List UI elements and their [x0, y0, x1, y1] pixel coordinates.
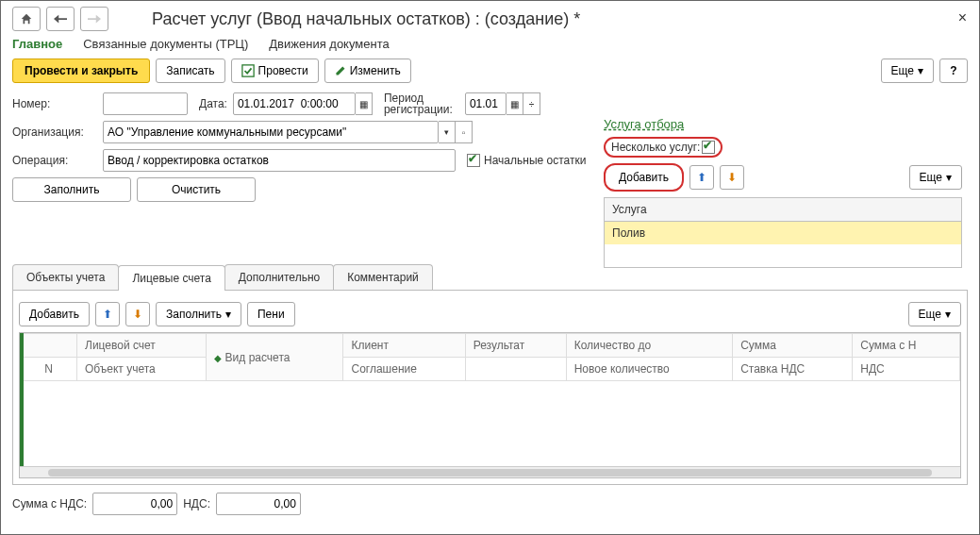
- accounts-grid[interactable]: Лицевой счет ◆ Вид расчета Клиент Резуль…: [19, 332, 961, 478]
- forward-button: [80, 7, 108, 31]
- add-service-button[interactable]: Добавить: [611, 167, 676, 188]
- top-tabs: Главное Связанные документы (ТРЦ) Движен…: [12, 37, 968, 51]
- service-filter-title[interactable]: Услуга отбора: [604, 117, 684, 131]
- number-label: Номер:: [12, 97, 97, 110]
- arrow-left-icon: [54, 14, 67, 24]
- spinner-icon[interactable]: ÷: [523, 92, 540, 115]
- tab-main[interactable]: Главное: [12, 37, 62, 51]
- org-input[interactable]: [103, 121, 439, 143]
- col-n: N: [21, 358, 77, 381]
- sum-vat-input[interactable]: [92, 493, 177, 515]
- grid-more-button[interactable]: Еще ▾: [908, 302, 961, 326]
- post-button[interactable]: Провести: [231, 59, 319, 83]
- col-agreement: Соглашение: [343, 358, 465, 381]
- save-button[interactable]: Записать: [156, 59, 224, 83]
- move-up-button[interactable]: ⬆: [689, 165, 714, 190]
- service-row[interactable]: Полив: [605, 222, 961, 244]
- initial-balance-checkbox[interactable]: [467, 154, 480, 167]
- grid-body-empty: [20, 381, 960, 466]
- move-down-button[interactable]: ⬇: [720, 165, 744, 190]
- initial-balance-label: Начальные остатки: [484, 154, 586, 167]
- multiple-services-label: Несколько услуг:: [611, 141, 700, 154]
- tree-icon: ◆: [214, 353, 222, 363]
- grid-peni-button[interactable]: Пени: [247, 302, 295, 326]
- calendar-icon[interactable]: ▦: [356, 92, 373, 115]
- edit-button[interactable]: Изменить: [324, 59, 411, 83]
- svg-rect-0: [241, 65, 253, 76]
- home-button[interactable]: [12, 7, 41, 31]
- service-more-button[interactable]: Еще ▾: [909, 165, 962, 190]
- grid-add-button[interactable]: Добавить: [19, 302, 90, 326]
- chevron-down-icon: ▾: [945, 308, 951, 321]
- col-qty-before[interactable]: Количество до: [566, 334, 733, 358]
- col-calc-type[interactable]: ◆ Вид расчета: [207, 334, 343, 381]
- fill-button[interactable]: Заполнить: [12, 177, 131, 202]
- multiple-services-checkbox[interactable]: [702, 141, 715, 154]
- back-button[interactable]: [46, 7, 75, 31]
- chevron-down-icon: ▾: [918, 64, 923, 77]
- tab-movements[interactable]: Движения документа: [269, 37, 389, 51]
- dropdown-icon[interactable]: ▾: [439, 121, 456, 143]
- operation-label: Операция:: [12, 154, 97, 167]
- arrow-right-icon: [88, 14, 101, 24]
- col-sum-vat[interactable]: Сумма с Н: [853, 334, 960, 358]
- period-input[interactable]: [465, 92, 507, 115]
- vat-label: НДС:: [183, 497, 210, 510]
- service-column-header[interactable]: Услуга: [605, 198, 961, 222]
- period-label: Период регистрации:: [384, 92, 459, 115]
- service-table: Услуга Полив: [604, 197, 962, 268]
- col-result[interactable]: Результат: [465, 334, 566, 358]
- org-label: Организация:: [12, 125, 97, 139]
- col-object: Объект учета: [77, 358, 207, 381]
- chevron-down-icon: ▾: [225, 308, 231, 321]
- multiple-services-highlight: Несколько услуг:: [604, 137, 723, 158]
- col-sum[interactable]: Сумма: [733, 334, 853, 358]
- grid-fill-button[interactable]: Заполнить ▾: [156, 302, 241, 326]
- tab-accounts[interactable]: Лицевые счета: [118, 265, 224, 291]
- post-icon: [241, 64, 255, 77]
- col-vat-rate: Ставка НДС: [733, 358, 853, 381]
- horizontal-scrollbar[interactable]: [20, 466, 960, 477]
- home-icon: [20, 12, 33, 25]
- detail-tabs: Объекты учета Лицевые счета Дополнительн…: [12, 264, 968, 291]
- grid-move-down-button[interactable]: ⬇: [125, 302, 150, 326]
- sum-vat-label: Сумма с НДС:: [12, 497, 87, 510]
- window-title: Расчет услуг (Ввод начальных остатков) :…: [152, 9, 580, 29]
- col-client[interactable]: Клиент: [343, 334, 465, 358]
- clear-button[interactable]: Очистить: [137, 177, 256, 202]
- col-account[interactable]: Лицевой счет: [77, 334, 207, 358]
- service-row-empty: [605, 244, 961, 267]
- col-new-qty: Новое количество: [566, 358, 733, 381]
- pencil-icon: [335, 65, 346, 76]
- tab-linked-docs[interactable]: Связанные документы (ТРЦ): [83, 37, 248, 51]
- window-close-icon[interactable]: ×: [958, 9, 967, 26]
- vat-input[interactable]: [216, 493, 301, 515]
- date-input[interactable]: [233, 92, 356, 115]
- more-button[interactable]: Еще ▾: [881, 59, 934, 83]
- chevron-down-icon: ▾: [946, 171, 952, 184]
- open-icon[interactable]: ▫: [456, 121, 473, 143]
- number-input[interactable]: [103, 92, 188, 115]
- operation-input[interactable]: [103, 149, 456, 172]
- add-service-highlight: Добавить: [604, 163, 684, 192]
- help-button[interactable]: ?: [939, 59, 968, 83]
- tab-objects[interactable]: Объекты учета: [12, 264, 119, 290]
- grid-move-up-button[interactable]: ⬆: [95, 302, 120, 326]
- calendar-icon[interactable]: ▦: [507, 92, 523, 115]
- tab-comment[interactable]: Комментарий: [333, 264, 433, 290]
- col-vat: НДС: [853, 358, 960, 381]
- post-and-close-button[interactable]: Провести и закрыть: [12, 59, 150, 83]
- date-label: Дата:: [199, 97, 227, 110]
- tab-extra[interactable]: Дополнительно: [224, 264, 334, 290]
